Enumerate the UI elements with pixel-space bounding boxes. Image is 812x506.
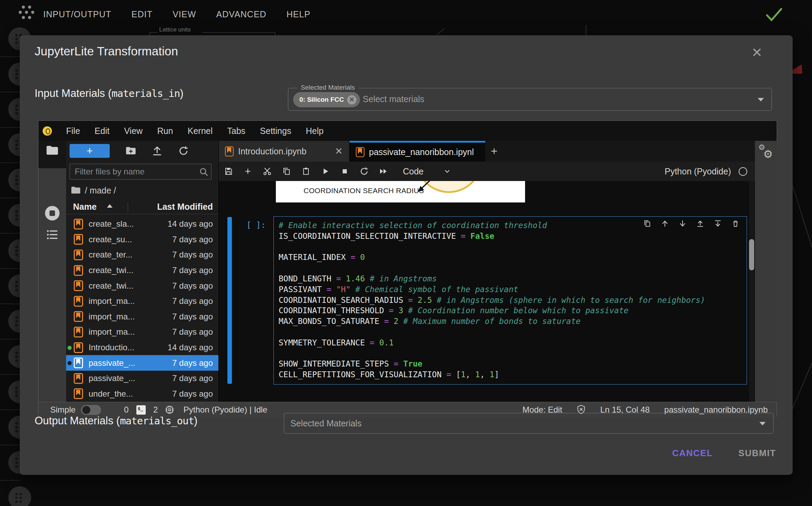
jupyter-menu-item[interactable]: File: [59, 126, 87, 136]
delete-cell-icon[interactable]: [731, 219, 740, 228]
tab-close-icon[interactable]: ✕: [335, 146, 343, 157]
app-menu-item[interactable]: INPUT/OUTPUT: [43, 9, 111, 19]
terminal-icon[interactable]: [136, 405, 146, 415]
bg-lattice-units-label: Lattice units: [159, 26, 191, 33]
jupyter-menu-item[interactable]: Edit: [87, 126, 117, 136]
chevron-down-icon[interactable]: [758, 98, 764, 101]
save-icon[interactable]: [224, 167, 233, 176]
app-logo-icon[interactable]: [18, 6, 35, 21]
file-row[interactable]: create_ter...7 days ago: [66, 247, 218, 263]
file-row[interactable]: import_ma...7 days ago: [66, 293, 218, 309]
insert-cell-icon[interactable]: +: [243, 167, 252, 176]
notebook-scrollbar-thumb[interactable]: [749, 239, 754, 270]
simple-mode-toggle[interactable]: [81, 405, 101, 415]
modified-column-header[interactable]: Last Modified: [157, 202, 213, 212]
table-of-contents-icon[interactable]: [46, 228, 58, 241]
new-tab-icon[interactable]: +: [491, 145, 497, 158]
drag-handle-icon: [15, 458, 18, 460]
cell-type-select[interactable]: Code: [403, 166, 424, 177]
duplicate-cell-icon[interactable]: [643, 219, 651, 228]
file-row[interactable]: passivate_...7 days ago: [66, 371, 218, 386]
file-row[interactable]: create_twi...7 days ago: [66, 278, 218, 293]
cancel-button[interactable]: CANCEL: [672, 448, 713, 459]
jupyter-menu-item[interactable]: Tabs: [220, 126, 253, 136]
restart-run-all-icon[interactable]: [379, 167, 388, 176]
drag-handle-icon: [15, 246, 18, 248]
upload-icon[interactable]: [152, 146, 162, 156]
copy-cells-icon[interactable]: [282, 167, 291, 176]
jupyter-menu-item[interactable]: Kernel: [180, 126, 220, 136]
filter-files-input[interactable]: [70, 164, 211, 180]
restart-kernel-icon[interactable]: [360, 167, 369, 176]
move-cell-up-icon[interactable]: [661, 219, 669, 228]
file-row[interactable]: passivate_...7 days ago: [66, 355, 218, 371]
file-row[interactable]: Introductio...14 days ago: [66, 340, 218, 355]
app-menu-item[interactable]: ADVANCED: [216, 9, 267, 19]
insert-cell-below-icon[interactable]: [714, 219, 722, 228]
notebook-file-icon: [74, 388, 83, 399]
output-materials-select[interactable]: Selected Materials: [284, 413, 774, 434]
file-row[interactable]: create_sla...14 days ago: [66, 216, 218, 232]
file-modified: 14 days ago: [168, 343, 213, 352]
jupyter-menubar: FileEditViewRunKernelTabsSettingsHelp: [38, 121, 777, 141]
run-cell-icon[interactable]: [321, 167, 330, 176]
file-row[interactable]: under_the...7 days ago: [66, 386, 218, 402]
cut-cells-icon[interactable]: [263, 167, 272, 176]
jupyterlite-logo-icon: [43, 126, 52, 136]
row-divider: [0, 92, 20, 92]
cpu-icon[interactable]: [165, 405, 174, 415]
file-browser-icon[interactable]: [46, 145, 58, 156]
tab-passivate-nanoribbon[interactable]: passivate_nanoribbon.ipynl: [350, 141, 485, 162]
jupyter-menu-item[interactable]: Help: [298, 126, 331, 136]
drag-handle-icon: [15, 34, 18, 36]
file-modified: 7 days ago: [172, 235, 213, 244]
code-line: IS_COORDINATION_SELECTION_INTERACTIVE = …: [279, 231, 742, 242]
notebook-file-icon: [74, 250, 83, 260]
move-cell-down-icon[interactable]: [678, 219, 687, 228]
tab-introduction[interactable]: Introduction.ipynb ✕: [219, 141, 350, 162]
insert-cell-above-icon[interactable]: [696, 219, 704, 228]
file-row[interactable]: import_ma...7 days ago: [66, 324, 218, 340]
drag-handle-icon: [15, 316, 18, 319]
submit-button[interactable]: SUBMIT: [738, 448, 776, 459]
file-name: create_sla...: [89, 219, 134, 229]
home-folder-icon[interactable]: [71, 186, 81, 195]
kernel-status-icon[interactable]: [739, 167, 747, 176]
cell-editor[interactable]: # Enable interactive selection of coordi…: [273, 216, 747, 385]
jupyter-menu-item[interactable]: Settings: [253, 126, 298, 136]
chevron-down-icon[interactable]: [444, 169, 451, 174]
close-icon[interactable]: ✕: [750, 46, 764, 60]
stop-kernel-icon[interactable]: [340, 167, 349, 176]
name-column-header[interactable]: Name: [73, 202, 97, 212]
file-status-dot: [67, 361, 72, 365]
chip-remove-icon[interactable]: ✕: [347, 95, 357, 105]
breadcrumb[interactable]: / made /: [71, 184, 116, 197]
chevron-down-icon[interactable]: [759, 422, 766, 425]
material-chip[interactable]: 0: Silicon FCC ✕: [293, 92, 360, 107]
notebook-content[interactable]: COORDINATION SEARCH RADIUS [ ]: # Enable…: [219, 181, 755, 402]
notebook-scrollbar-track[interactable]: [749, 181, 754, 402]
cell-collapser[interactable]: [227, 217, 232, 384]
drag-handle-icon: [15, 175, 18, 178]
new-folder-icon[interactable]: [126, 146, 136, 156]
input-materials-select[interactable]: Selected Materials 0: Silicon FCC ✕ Sele…: [288, 88, 772, 111]
jupyter-menu-item[interactable]: View: [117, 126, 150, 136]
sort-ascending-icon[interactable]: [107, 204, 112, 208]
node-handle[interactable]: [8, 486, 31, 506]
column-divider[interactable]: [128, 202, 128, 211]
app-menu-item[interactable]: HELP: [287, 9, 310, 19]
code-cell[interactable]: [ ]: # Enable interactive selection of c…: [219, 216, 755, 386]
file-row[interactable]: create_su...7 days ago: [66, 232, 218, 247]
row-divider: [0, 162, 20, 163]
jupyter-menu-item[interactable]: Run: [150, 126, 180, 136]
refresh-icon[interactable]: [178, 146, 189, 156]
paste-cells-icon[interactable]: [301, 167, 310, 176]
app-menu-item[interactable]: EDIT: [132, 9, 153, 19]
new-launcher-button[interactable]: +: [70, 144, 110, 158]
code-line: SYMMETRY_TOLERANCE = 0.1: [279, 337, 742, 348]
file-row[interactable]: create_twi...7 days ago: [66, 263, 218, 278]
file-row[interactable]: import_ma...7 days ago: [66, 309, 218, 325]
app-menu-item[interactable]: VIEW: [173, 9, 196, 19]
running-kernels-icon[interactable]: [45, 206, 60, 220]
kernel-name[interactable]: Python (Pyodide): [665, 166, 731, 177]
